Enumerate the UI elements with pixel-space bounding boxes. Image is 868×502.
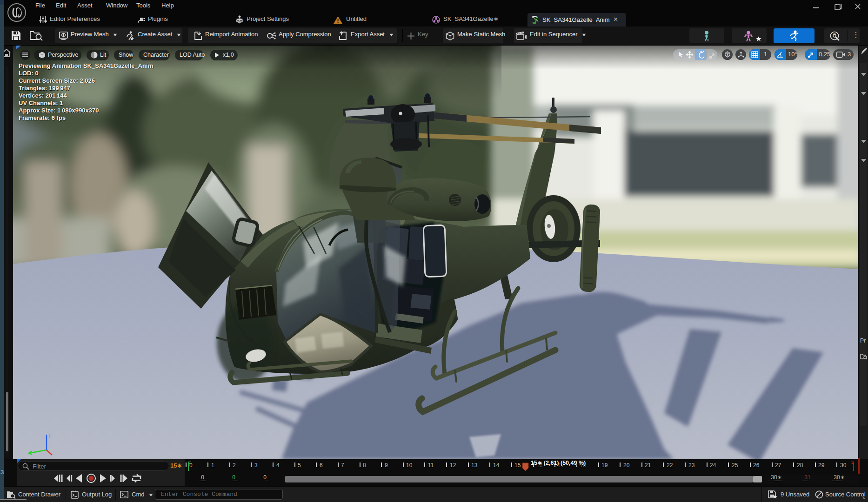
svg-text:z: z xyxy=(48,433,51,438)
